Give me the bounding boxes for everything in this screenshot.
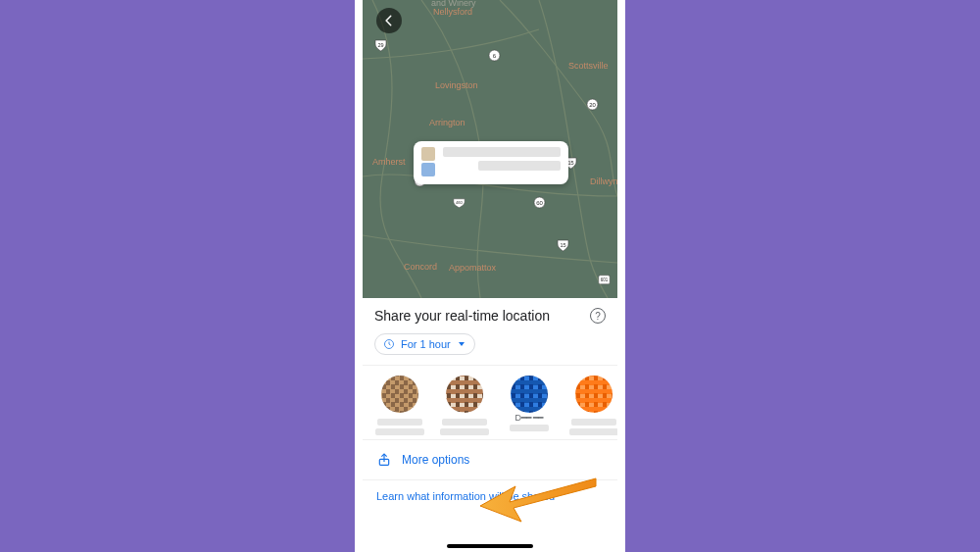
highway-shield: 601	[598, 275, 611, 287]
avatar	[511, 376, 548, 413]
highway-shield: 15	[557, 239, 569, 252]
highway-shield: 60	[533, 196, 546, 209]
map-label: Lovingston	[435, 80, 478, 90]
contact-name-redacted	[504, 425, 555, 431]
map-label: Amherst	[372, 157, 406, 167]
contact-name-redacted	[439, 419, 490, 435]
svg-text:20: 20	[589, 102, 596, 108]
map-label: Arrington	[429, 118, 466, 127]
location-text-redacted	[443, 147, 561, 178]
svg-text:15: 15	[560, 242, 565, 248]
chevron-left-icon	[382, 14, 396, 27]
phone-frame: and Winery Nellysford Scottsville Loving…	[355, 0, 625, 552]
location-info-card[interactable]	[414, 141, 568, 184]
back-button[interactable]	[376, 8, 402, 33]
highway-shield: 29	[374, 39, 387, 52]
help-button[interactable]: ?	[590, 308, 606, 324]
contact-item[interactable]: D━━ ━━	[504, 376, 555, 435]
map-view[interactable]: and Winery Nellysford Scottsville Loving…	[363, 0, 617, 298]
map-label: Dillwyn	[590, 176, 617, 186]
contact-name-redacted	[374, 419, 425, 435]
share-sheet: Share your real-time location ? For 1 ho…	[363, 298, 617, 552]
svg-text:60: 60	[536, 200, 543, 206]
highway-shield: 20	[586, 98, 599, 111]
duration-chip[interactable]: For 1 hour	[374, 333, 475, 355]
help-icon: ?	[595, 311, 601, 322]
duration-label: For 1 hour	[401, 338, 451, 350]
map-label: Appomattox	[449, 263, 496, 273]
contact-name-redacted	[568, 419, 617, 435]
contact-item[interactable]	[439, 376, 490, 435]
highway-shield: 460	[453, 198, 466, 211]
contacts-row[interactable]: D━━ ━━	[363, 366, 617, 439]
sheet-title: Share your real-time location	[374, 308, 590, 324]
svg-text:15: 15	[567, 160, 573, 166]
avatar	[575, 376, 612, 413]
contact-item[interactable]	[568, 376, 617, 435]
map-label: Scottsville	[568, 61, 609, 71]
learn-link[interactable]: Learn what information will be shared	[363, 479, 617, 502]
avatar	[381, 376, 418, 413]
map-label: Concord	[404, 262, 437, 272]
share-icon	[376, 452, 392, 468]
avatar	[446, 376, 483, 413]
svg-text:29: 29	[377, 42, 383, 48]
highway-shield: 6	[488, 49, 501, 62]
svg-text:460: 460	[456, 200, 464, 205]
map-label: Nellysford	[433, 7, 472, 17]
clock-icon	[383, 338, 395, 350]
contact-item[interactable]	[374, 376, 425, 435]
more-options-label: More options	[402, 453, 469, 467]
more-options-button[interactable]: More options	[363, 439, 617, 479]
svg-text:601: 601	[601, 277, 609, 282]
location-thumbnail	[421, 147, 437, 178]
contact-name-partial: D━━ ━━	[514, 413, 543, 423]
home-indicator	[447, 544, 533, 548]
learn-link-label: Learn what information will be shared	[376, 490, 555, 502]
chevron-down-icon	[459, 342, 465, 346]
